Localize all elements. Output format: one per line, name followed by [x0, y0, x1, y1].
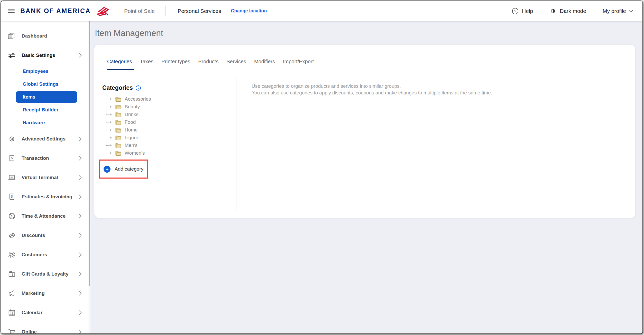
sidebar-sub-label: Global Settings: [23, 81, 58, 87]
tab-categories[interactable]: Categories: [107, 59, 132, 65]
chevron-right-icon: [78, 155, 82, 161]
sidebar-item-label: Time & Attendance: [22, 213, 66, 219]
tab-import-export[interactable]: Import/Export: [283, 59, 314, 65]
sidebar-item-estimates-invoicing[interactable]: $ Estimates & Invoicing: [1, 187, 90, 206]
expander-icon[interactable]: [110, 98, 112, 100]
tree-item-home[interactable]: Home: [105, 126, 151, 134]
expander-icon[interactable]: [110, 113, 112, 116]
gear-icon: [8, 135, 16, 143]
sidebar-item-discounts[interactable]: Discounts: [1, 226, 90, 245]
gift-card-icon: $: [8, 270, 16, 278]
sidebar-item-virtual-terminal[interactable]: Virtual Terminal: [1, 168, 90, 187]
tab-taxes[interactable]: Taxes: [140, 59, 153, 65]
sidebar-item-receipt-builder[interactable]: Receipt Builder: [1, 103, 90, 116]
expander-icon[interactable]: [110, 121, 112, 124]
folder-icon: [115, 104, 122, 110]
laptop-icon: [8, 174, 16, 181]
annotation-highlight-box: + Add category: [99, 160, 148, 179]
expander-icon[interactable]: [110, 105, 112, 108]
sidebar-item-label: Virtual Terminal: [22, 175, 58, 180]
sidebar-item-dashboard[interactable]: Dashboard: [1, 26, 90, 46]
category-label: Food: [125, 119, 136, 125]
sidebar-item-time-attendance[interactable]: Time & Attendance: [1, 206, 90, 226]
folder-icon: [115, 143, 122, 148]
app-name: Point of Sale: [124, 8, 155, 14]
tab-printer-types[interactable]: Printer types: [161, 59, 190, 65]
sidebar-scrollbar-track[interactable]: [88, 21, 90, 333]
info-icon[interactable]: [135, 85, 141, 91]
categories-help-text: Use categories to organize products and …: [252, 83, 492, 96]
sidebar-item-online[interactable]: Online: [1, 322, 90, 333]
folder-icon: [115, 127, 122, 133]
svg-text:$: $: [11, 195, 13, 198]
chevron-right-icon: [78, 310, 82, 315]
panel-divider: [236, 78, 236, 210]
expander-icon[interactable]: [110, 144, 112, 147]
expander-icon[interactable]: [110, 129, 112, 131]
chevron-right-icon: [78, 290, 82, 296]
chevron-right-icon: [78, 233, 82, 238]
hamburger-menu-icon[interactable]: [8, 8, 15, 14]
receipt-icon: $: [8, 154, 16, 162]
categories-heading: Categories: [102, 84, 141, 91]
expander-icon[interactable]: [110, 136, 112, 139]
app-window: BANK OF AMERICA Point of Sale Personal S…: [1, 1, 643, 334]
sidebar-item-transaction[interactable]: $ Transaction: [1, 148, 90, 168]
svg-text:$: $: [12, 273, 13, 276]
sidebar-item-marketing[interactable]: Marketing: [1, 284, 90, 303]
sidebar-scrollbar-thumb[interactable]: [89, 21, 90, 286]
sidebar-item-hardware[interactable]: Hardware: [1, 116, 90, 129]
calendar-icon: [8, 309, 16, 316]
category-label: Liquor: [125, 135, 138, 140]
change-location-link[interactable]: Change location: [231, 8, 267, 14]
sidebar-item-basic-settings[interactable]: Basic Settings: [1, 46, 90, 65]
tree-item-womens[interactable]: Women's: [105, 149, 151, 157]
help-icon: ?: [512, 7, 519, 15]
invoice-icon: $: [8, 193, 16, 201]
sidebar-item-label: Transaction: [22, 155, 49, 161]
category-label: Women's: [125, 150, 145, 156]
dark-mode-toggle[interactable]: Dark mode: [549, 7, 586, 15]
tree-item-accessories[interactable]: Accessories: [105, 95, 151, 103]
expander-icon[interactable]: [110, 152, 112, 154]
add-category-label: Add category: [115, 166, 143, 172]
add-category-button[interactable]: + Add category: [100, 161, 147, 178]
tab-products[interactable]: Products: [198, 59, 218, 65]
sidebar-item-gift-cards-loyalty[interactable]: $ Gift Cards & Loyalty: [1, 264, 90, 284]
page-title: Item Management: [95, 28, 163, 38]
help-button[interactable]: ? Help: [512, 7, 533, 15]
tree-item-food[interactable]: Food: [105, 118, 151, 126]
sidebar: Dashboard Basic Settings Employees Gl: [1, 21, 90, 333]
tab-modifiers[interactable]: Modifiers: [254, 59, 275, 65]
category-label: Accessories: [125, 96, 151, 102]
my-profile-menu[interactable]: My profile: [603, 8, 633, 14]
category-label: Home: [125, 127, 138, 133]
current-location: Personal Services: [178, 8, 221, 14]
discount-tag-icon: [8, 232, 16, 239]
sidebar-item-label: Online: [22, 329, 37, 334]
sidebar-item-customers[interactable]: Customers: [1, 245, 90, 264]
plus-icon: +: [104, 166, 111, 173]
header-divider: [165, 6, 166, 16]
sidebar-item-items-selected[interactable]: Items: [1, 91, 90, 103]
sidebar-sub-label: Items: [16, 91, 77, 103]
sidebar-item-label: Advanced Settings: [22, 136, 66, 142]
sidebar-item-label: Marketing: [22, 290, 45, 296]
chevron-right-icon: [78, 175, 82, 180]
chevron-right-icon: [78, 329, 82, 334]
chevron-right-icon: [78, 52, 82, 58]
tab-services[interactable]: Services: [226, 59, 246, 65]
megaphone-icon: [8, 289, 16, 297]
sidebar-item-calendar[interactable]: Calendar: [1, 303, 90, 322]
tree-item-beauty[interactable]: Beauty: [105, 103, 151, 111]
dark-mode-label: Dark mode: [560, 8, 586, 14]
svg-text:?: ?: [514, 9, 516, 13]
sidebar-item-global-settings[interactable]: Global Settings: [1, 78, 90, 91]
folder-icon: [115, 96, 122, 102]
sidebar-item-advanced-settings[interactable]: Advanced Settings: [1, 129, 90, 148]
tree-item-drinks[interactable]: Drinks: [105, 111, 151, 118]
sidebar-item-employees[interactable]: Employees: [1, 65, 90, 78]
tree-item-liquor[interactable]: Liquor: [105, 134, 151, 142]
bank-of-america-logo: BANK OF AMERICA: [20, 6, 109, 16]
tree-item-mens[interactable]: Men's: [105, 142, 151, 149]
